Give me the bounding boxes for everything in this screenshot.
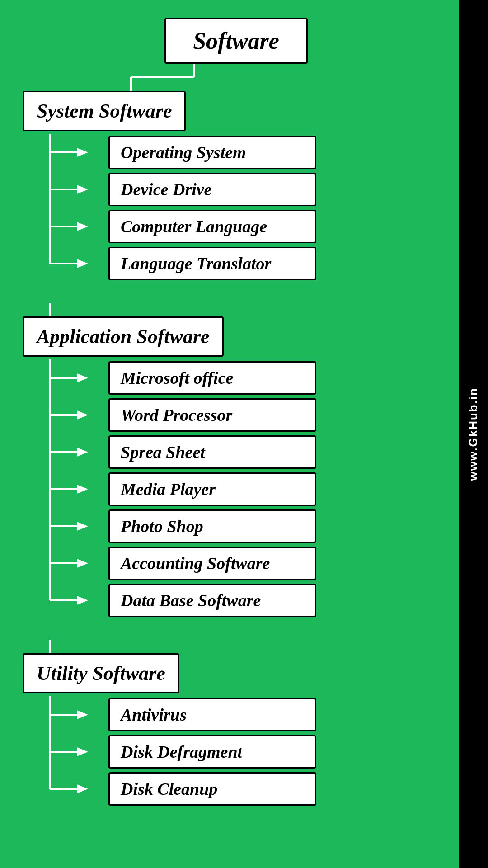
app-child-0: Microsoft office: [108, 361, 316, 395]
svg-marker-9: [77, 222, 88, 231]
app-child-5: Accounting Software: [108, 547, 316, 580]
system-child-0: Operating System: [108, 136, 316, 169]
svg-marker-27: [77, 596, 88, 605]
util-children: Antivirus Disk Defragment Disk Cleanup: [108, 696, 316, 815]
svg-marker-25: [77, 559, 88, 568]
util-child-0: Antivirus: [108, 698, 316, 731]
utility-software-label: Utility Software: [23, 653, 179, 693]
svg-marker-15: [77, 373, 88, 382]
svg-marker-35: [77, 784, 88, 793]
system-child-2: Computer Language: [108, 210, 316, 243]
svg-marker-11: [77, 259, 88, 268]
svg-marker-17: [77, 410, 88, 420]
root-node: Software: [164, 18, 308, 64]
svg-marker-7: [77, 185, 88, 194]
system-child-3: Language Translator: [108, 247, 316, 280]
svg-marker-23: [77, 522, 88, 531]
app-connector-svg: [23, 359, 108, 626]
svg-marker-19: [77, 448, 88, 457]
application-software-label: Application Software: [23, 316, 224, 357]
app-children: Microsoft office Word Processor Sprea Sh…: [108, 359, 316, 626]
system-software-section: System Software: [23, 91, 450, 289]
util-child-2: Disk Cleanup: [108, 772, 316, 806]
app-child-3: Media Player: [108, 472, 316, 506]
app-child-4: Photo Shop: [108, 509, 316, 543]
svg-marker-5: [77, 148, 88, 157]
svg-marker-21: [77, 485, 88, 494]
app-child-2: Sprea Sheet: [108, 435, 316, 469]
app-child-6: Data Base Software: [108, 584, 316, 617]
svg-marker-33: [77, 747, 88, 756]
svg-marker-31: [77, 710, 88, 719]
a-u-connector: [23, 640, 113, 653]
root-connector: [104, 64, 294, 91]
util-connector-svg: [23, 696, 108, 815]
util-child-1: Disk Defragment: [108, 735, 316, 769]
s-a-connector: [23, 303, 113, 316]
app-child-1: Word Processor: [108, 398, 316, 432]
system-software-label: System Software: [23, 91, 186, 131]
system-child-1: Device Drive: [108, 173, 316, 206]
utility-software-section: Utility Software Antivirus Disk Defragme…: [23, 653, 450, 815]
application-software-section: Application Software: [23, 316, 450, 626]
root-container: Software: [23, 18, 450, 64]
watermark-text: www.GkHub.in: [466, 387, 480, 481]
system-connector-svg: [23, 134, 108, 289]
system-children: Operating System Device Drive Computer L…: [108, 134, 316, 289]
